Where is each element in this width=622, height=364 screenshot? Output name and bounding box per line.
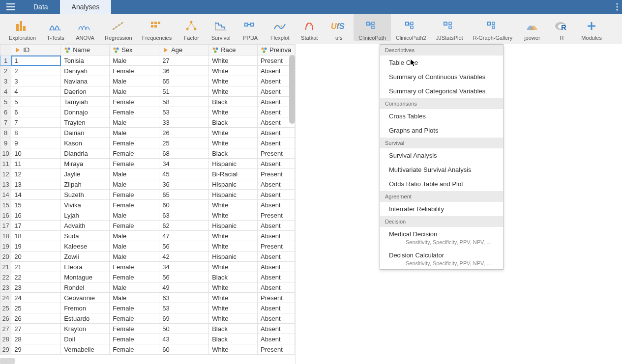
cell[interactable]: Kaleese <box>61 241 110 252</box>
ribbon-jpower[interactable]: jpower <box>517 13 547 41</box>
cell[interactable]: 16 <box>11 210 61 221</box>
cell[interactable]: 23 <box>11 282 61 293</box>
row-number[interactable]: 13 <box>0 179 11 190</box>
cell[interactable]: Present <box>258 148 295 159</box>
cell[interactable]: Male <box>110 231 159 241</box>
menu-item[interactable]: Table One <box>380 56 503 70</box>
ribbon-factor[interactable]: Factor <box>177 13 206 41</box>
row-number[interactable]: 3 <box>0 76 11 86</box>
cell[interactable]: White <box>209 231 258 241</box>
cell[interactable]: Absent <box>258 200 295 210</box>
cell[interactable]: White <box>209 76 258 86</box>
cell[interactable]: Female <box>110 66 159 76</box>
ribbon-anova[interactable]: ANOVA <box>70 13 100 41</box>
cell[interactable]: Lyjah <box>61 210 110 221</box>
cell[interactable]: White <box>209 282 258 293</box>
cell[interactable]: Montague <box>61 272 110 282</box>
ribbon-ttests[interactable]: T-Tests <box>41 13 70 41</box>
cell[interactable]: Absent <box>258 262 295 272</box>
cell[interactable]: Hispanic <box>209 190 258 200</box>
menu-item[interactable]: Cross Tables <box>380 109 503 123</box>
cell[interactable]: Diandria <box>61 148 110 159</box>
row-number[interactable]: 19 <box>0 241 11 252</box>
cell[interactable]: Present <box>258 293 295 303</box>
cell[interactable]: Female <box>110 159 159 169</box>
cell[interactable]: 53 <box>159 303 209 313</box>
cell[interactable]: Absent <box>258 138 295 148</box>
ribbon-exploration[interactable]: Exploration <box>4 13 41 41</box>
row-number[interactable]: 10 <box>0 148 11 159</box>
cell[interactable]: Hispanic <box>209 179 258 190</box>
cell[interactable]: 7 <box>11 117 61 128</box>
row-number[interactable]: 24 <box>0 293 11 303</box>
cell[interactable]: Male <box>110 117 159 128</box>
cell[interactable]: Female <box>110 97 159 107</box>
cell[interactable]: Female <box>110 190 159 200</box>
cell[interactable]: 51 <box>159 86 209 97</box>
cell[interactable]: 50 <box>159 324 209 334</box>
cell[interactable]: 33 <box>159 117 209 128</box>
cell[interactable]: White <box>209 138 258 148</box>
row-number[interactable]: 9 <box>0 138 11 148</box>
tab-analyses[interactable]: Analyses <box>60 0 112 14</box>
cell[interactable]: Male <box>110 252 159 262</box>
ribbon-clinicopath2[interactable]: ClinicoPath2 <box>391 13 431 41</box>
cell[interactable]: White <box>209 128 258 138</box>
cell[interactable]: Hispanic <box>209 221 258 231</box>
ribbon-survival[interactable]: Survival <box>206 13 236 41</box>
menu-item[interactable]: Summary of Continuous Variables <box>380 70 503 84</box>
row-number[interactable]: 14 <box>0 190 11 200</box>
cell[interactable]: Eleora <box>61 262 110 272</box>
ribbon-flexplot[interactable]: Flexplot <box>265 13 295 41</box>
row-number[interactable]: 23 <box>0 282 11 293</box>
row-number[interactable]: 7 <box>0 117 11 128</box>
ribbon-jjstatsplot[interactable]: JJStatsPlot <box>431 13 468 41</box>
cell[interactable]: 34 <box>159 262 209 272</box>
cell[interactable]: Hispanic <box>209 252 258 262</box>
cell[interactable]: 22 <box>11 272 61 282</box>
cell[interactable]: 69 <box>159 313 209 324</box>
cell[interactable]: Rondel <box>61 282 110 293</box>
menu-item[interactable]: Survival Analysis <box>380 148 503 163</box>
cell[interactable]: Black <box>209 272 258 282</box>
cell[interactable]: 45 <box>159 169 209 179</box>
cell[interactable]: Male <box>110 76 159 86</box>
cell[interactable]: Male <box>110 210 159 221</box>
ribbon-ufs[interactable]: UfSufs <box>324 13 354 41</box>
cell[interactable]: 9 <box>11 138 61 148</box>
cell[interactable]: 63 <box>159 293 209 303</box>
cell[interactable]: Estuardo <box>61 313 110 324</box>
cell[interactable]: Suda <box>61 231 110 241</box>
cell[interactable]: 65 <box>159 76 209 86</box>
tab-data[interactable]: Data <box>22 0 60 14</box>
cell[interactable]: Daerion <box>61 86 110 97</box>
cell[interactable]: 21 <box>11 262 61 272</box>
cell[interactable]: Donnajo <box>61 107 110 117</box>
cell[interactable]: Black <box>209 97 258 107</box>
cell[interactable]: White <box>209 56 258 66</box>
cell[interactable]: White <box>209 262 258 272</box>
cell[interactable]: Trayten <box>61 117 110 128</box>
cell[interactable]: Geovannie <box>61 293 110 303</box>
cell[interactable]: Female <box>110 107 159 117</box>
row-number[interactable]: 28 <box>0 334 11 344</box>
cell[interactable]: Male <box>110 169 159 179</box>
row-number[interactable]: 5 <box>0 97 11 107</box>
cell[interactable]: Tonisia <box>61 56 110 66</box>
cell[interactable]: 53 <box>159 107 209 117</box>
cell[interactable]: White <box>209 107 258 117</box>
row-number[interactable]: 29 <box>0 344 11 355</box>
row-number[interactable]: 20 <box>0 252 11 262</box>
cell[interactable]: 18 <box>11 231 61 241</box>
cell[interactable]: Daniyah <box>61 66 110 76</box>
cell[interactable]: Female <box>110 221 159 231</box>
cell[interactable]: White <box>209 200 258 210</box>
cell[interactable]: White <box>209 86 258 97</box>
cell[interactable]: Male <box>110 56 159 66</box>
cell[interactable]: Absent <box>258 324 295 334</box>
cell[interactable]: 25 <box>11 303 61 313</box>
cell[interactable]: 3 <box>11 76 61 86</box>
menu-item[interactable]: Graphs and Plots <box>380 123 503 138</box>
cell[interactable]: Absent <box>258 179 295 190</box>
cell[interactable]: Absent <box>258 313 295 324</box>
